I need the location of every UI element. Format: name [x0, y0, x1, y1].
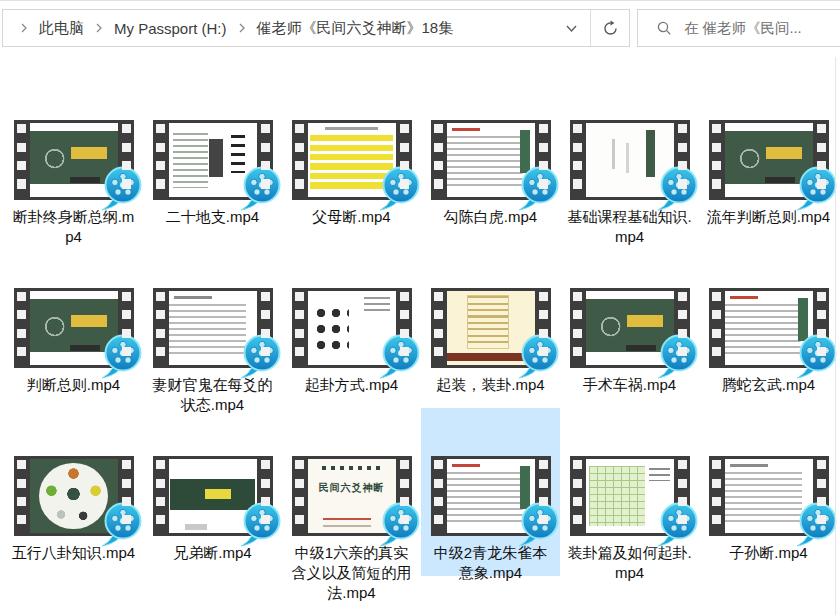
film-reel-player-icon — [516, 333, 560, 379]
video-thumbnail — [570, 288, 690, 368]
file-item[interactable]: 基础课程基础知识.mp4 — [560, 72, 699, 240]
film-reel-player-icon — [794, 501, 838, 547]
film-reel-player-icon — [238, 165, 282, 211]
breadcrumb-folder[interactable]: 催老师《民间六爻神断》18集 — [255, 19, 456, 38]
film-reel-player-icon — [99, 333, 143, 379]
chevron-right-icon — [11, 22, 37, 34]
file-item[interactable]: 断卦终身断总纲.mp4 — [4, 72, 143, 240]
file-item[interactable]: 二十地支.mp4 — [143, 72, 282, 240]
film-reel-player-icon — [377, 333, 421, 379]
video-thumbnail — [14, 288, 134, 368]
video-thumbnail — [153, 120, 273, 200]
refresh-icon — [602, 20, 619, 37]
file-item[interactable]: 起装，装卦.mp4 — [421, 240, 560, 408]
file-name: 装卦篇及如何起卦.mp4 — [566, 543, 694, 583]
film-reel-player-icon — [794, 333, 838, 379]
file-item[interactable]: 手术车祸.mp4 — [560, 240, 699, 408]
film-reel-player-icon — [516, 501, 560, 547]
file-item[interactable]: 流年判断总则.mp4 — [699, 72, 838, 240]
video-thumbnail: 民间六爻神断 — [292, 456, 412, 536]
film-reel-player-icon — [655, 165, 699, 211]
film-reel-player-icon — [655, 333, 699, 379]
file-grid: 断卦终身断总纲.mp4 二十地支.mp4 父母断.mp4 — [0, 54, 840, 576]
video-thumbnail — [709, 288, 829, 368]
chevron-right-icon — [229, 22, 255, 34]
explorer-window: 此电脑 My Passport (H:) 催老师《民间六爻神断》18集 — [0, 0, 840, 615]
video-thumbnail — [709, 456, 829, 536]
explorer-toolbar: 此电脑 My Passport (H:) 催老师《民间六爻神断》18集 — [0, 1, 840, 54]
video-thumbnail — [153, 288, 273, 368]
film-reel-player-icon — [238, 501, 282, 547]
breadcrumb-this-pc[interactable]: 此电脑 — [37, 19, 86, 38]
video-thumbnail — [153, 456, 273, 536]
refresh-button[interactable] — [591, 10, 629, 46]
address-bar[interactable]: 此电脑 My Passport (H:) 催老师《民间六爻神断》18集 — [2, 9, 630, 47]
film-reel-player-icon — [516, 165, 560, 211]
file-item[interactable]: 妻财官鬼在每爻的状态.mp4 — [143, 240, 282, 408]
film-reel-player-icon — [99, 501, 143, 547]
video-thumbnail — [431, 288, 551, 368]
film-reel-player-icon — [794, 165, 838, 211]
video-thumbnail — [431, 456, 551, 536]
thumbnail-title-text: 民间六爻神断 — [308, 481, 396, 495]
video-thumbnail — [14, 456, 134, 536]
file-item[interactable]: 起卦方式.mp4 — [282, 240, 421, 408]
video-thumbnail — [431, 120, 551, 200]
search-box[interactable] — [637, 9, 840, 47]
film-reel-player-icon — [238, 333, 282, 379]
film-reel-player-icon — [99, 165, 143, 211]
film-reel-player-icon — [377, 501, 421, 547]
file-item-selected[interactable]: 中级2青龙朱雀本意象.mp4 — [421, 408, 560, 576]
file-item[interactable]: 兄弟断.mp4 — [143, 408, 282, 576]
address-dropdown-button[interactable] — [552, 10, 590, 46]
file-item[interactable]: 五行八卦知识.mp4 — [4, 408, 143, 576]
chevron-right-icon — [86, 22, 112, 34]
film-reel-player-icon — [655, 501, 699, 547]
video-thumbnail — [709, 120, 829, 200]
video-thumbnail — [570, 456, 690, 536]
video-thumbnail — [14, 120, 134, 200]
file-item[interactable]: 勾陈白虎.mp4 — [421, 72, 560, 240]
video-thumbnail — [292, 288, 412, 368]
video-thumbnail — [292, 120, 412, 200]
film-reel-player-icon — [377, 165, 421, 211]
breadcrumb-drive[interactable]: My Passport (H:) — [112, 20, 229, 37]
search-input[interactable] — [684, 20, 840, 36]
file-item[interactable]: 子孙断.mp4 — [699, 408, 838, 576]
video-thumbnail — [570, 120, 690, 200]
file-item[interactable]: 判断总则.mp4 — [4, 240, 143, 408]
chevron-down-icon — [565, 24, 578, 33]
search-icon — [656, 20, 672, 36]
file-item[interactable]: 腾蛇玄武.mp4 — [699, 240, 838, 408]
file-name: 中级2青龙朱雀本意象.mp4 — [427, 543, 555, 583]
file-item[interactable]: 装卦篇及如何起卦.mp4 — [560, 408, 699, 576]
file-item[interactable]: 父母断.mp4 — [282, 72, 421, 240]
file-item[interactable]: 民间六爻神断 中级1六亲的真实含义以及简短的用法.mp4 — [282, 408, 421, 576]
file-name: 中级1六亲的真实含义以及简短的用法.mp4 — [288, 543, 416, 603]
